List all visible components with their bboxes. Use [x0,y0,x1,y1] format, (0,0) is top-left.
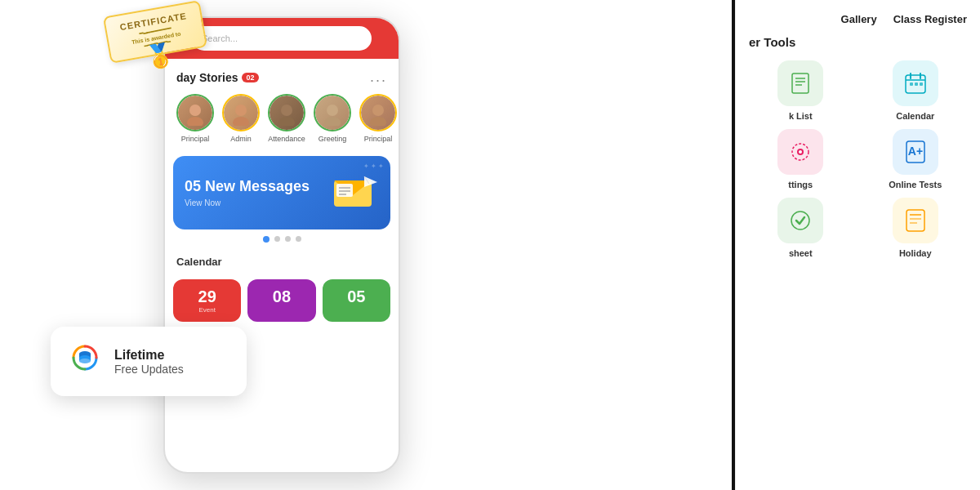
svg-point-4 [233,117,249,126]
avatar-label: Attendance [268,135,305,143]
svg-point-5 [281,105,292,116]
svg-point-37 [799,150,802,154]
tool-item-settings[interactable]: ttings [747,129,854,189]
cal-number-red: 29 [185,287,229,306]
cal-card-green[interactable]: 05 [323,279,390,322]
svg-point-9 [372,105,384,116]
cal-label-red: Event [185,306,229,314]
svg-rect-33 [915,82,918,86]
cert-ribbon: 🥇 [143,41,176,73]
avatar-face [224,96,258,130]
tool-label-online-tests: Online Tests [889,180,942,189]
carousel-dot-4 [296,236,301,242]
avatar-circle [359,94,397,131]
avatar-circle [314,94,351,131]
avatar-item[interactable]: Principal [359,94,397,143]
cal-card-red[interactable]: 29 Event [173,279,241,322]
svg-point-1 [187,117,203,126]
carousel-dot-2 [274,236,280,242]
tool-icon-calendar [893,60,938,106]
svg-point-2 [189,105,201,116]
svg-point-23 [79,359,91,363]
svg-rect-24 [792,74,808,93]
avatar-item[interactable]: Greeting [314,94,351,143]
tool-icon-settings [777,129,823,175]
svg-rect-41 [906,210,924,231]
tool-icon-booklist [777,60,823,106]
messages-banner[interactable]: 05 New Messages View Now ✦ ✦ ✦ [173,156,390,229]
stories-header: day Stories 02 ... [176,69,387,86]
avatar-label: Greeting [318,135,347,143]
tool-label-holiday: Holiday [899,248,932,258]
svg-rect-32 [910,82,913,86]
svg-point-40 [791,212,809,229]
avatar-circle [222,94,260,131]
lifetime-bold: Lifetime [114,348,184,363]
main-container: CERTIFICATE ━━━━━━━━ This is awarded to … [0,0,980,490]
carousel-dot-3 [285,236,291,242]
messages-title: 05 New Messages [185,178,310,195]
svg-point-8 [324,117,341,126]
avatar-circle [268,94,305,131]
right-panel: Gallery Class Register er Tools k List [735,0,980,490]
svg-point-3 [235,105,247,116]
lifetime-icon [67,340,103,383]
gallery-link[interactable]: Gallery [841,13,877,25]
tool-item-online-tests[interactable]: A+ Online Tests [862,129,969,189]
avatar-label: Principal [181,135,210,143]
avatar-face [270,96,304,130]
avatar-face [178,96,212,130]
avatar-face [361,96,395,130]
class-register-link[interactable]: Class Register [893,13,967,25]
messages-banner-text: 05 New Messages View Now [185,178,310,207]
tool-icon-online-tests: A+ [893,129,938,175]
search-placeholder: Search... [202,33,238,43]
svg-rect-34 [920,82,923,86]
svg-point-7 [327,105,338,116]
lifetime-text: Lifetime Free Updates [114,348,184,376]
lifetime-card: Lifetime Free Updates [51,327,247,396]
stories-badge: 02 [242,73,258,82]
avatar-label: Admin [230,135,252,143]
tool-item-sheet[interactable]: sheet [747,198,854,258]
calendar-label: Calendar [176,256,222,268]
svg-point-10 [370,117,386,126]
envelope-icon [330,172,379,213]
svg-point-6 [278,117,295,126]
avatar-label: Principal [364,135,393,143]
tool-icon-sheet [777,198,823,243]
tool-label-booklist: k List [789,111,813,121]
carousel-dots [165,236,399,243]
avatar-face [315,96,350,130]
avatar-item[interactable]: Admin [222,94,260,143]
tool-label-calendar: Calendar [896,111,934,121]
lifetime-light: Free Updates [114,363,184,376]
cert-card: CERTIFICATE ━━━━━━━━ This is awarded to … [103,0,207,64]
avatar-circle [176,94,214,131]
tool-item-holiday[interactable]: Holiday [862,198,969,258]
tool-item-booklist[interactable]: k List [747,60,854,121]
carousel-dot-1 [263,236,270,243]
svg-text:A+: A+ [908,145,923,158]
right-panel-top: Gallery Class Register [744,13,972,25]
tool-item-calendar[interactable]: Calendar [862,60,969,121]
cal-number-purple: 08 [259,287,304,306]
avatar-item[interactable]: Principal [176,94,214,143]
cal-number-green: 05 [334,287,379,306]
tools-grid: k List Calendar [744,60,972,258]
calendar-section: Calendar [165,249,399,274]
stories-more-icon[interactable]: ... [370,69,387,86]
certificate-badge: CERTIFICATE ━━━━━━━━ This is awarded to … [106,8,204,98]
search-bar[interactable]: Search... [192,26,372,51]
tool-label-settings: ttings [788,180,813,189]
avatar-item[interactable]: Attendance [268,94,305,143]
section-title: er Tools [744,35,972,49]
calendar-cards: 29 Event 08 05 [165,274,399,327]
tool-icon-holiday [893,198,938,243]
cal-card-purple[interactable]: 08 [247,279,315,322]
tool-label-sheet: sheet [789,248,813,258]
stories-avatars: Principal Admin At [176,94,387,143]
